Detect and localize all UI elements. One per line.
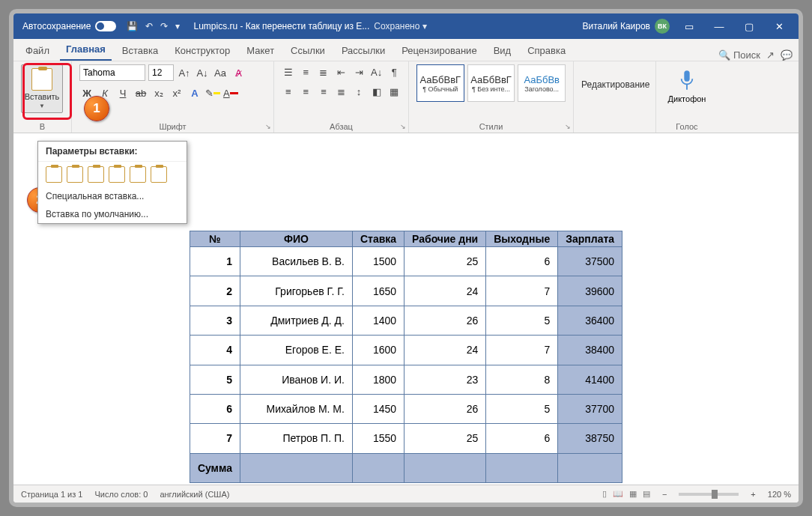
read-view-icon[interactable]: 📖 [613,489,623,499]
share-icon[interactable]: ↗ [766,49,775,61]
cell-fio: Дмитриев Д. Д. [240,306,352,335]
table-row: 7Петров П. П.155025638750 [190,424,622,453]
cell-num: 2 [190,276,240,306]
tab-view[interactable]: Вид [488,40,518,61]
group-styles-label: Стили [416,122,566,131]
comments-icon[interactable]: 💬 [781,49,793,61]
tab-insert[interactable]: Вставка [116,40,164,61]
line-spacing-icon[interactable]: ↕ [352,84,366,99]
tab-home[interactable]: Главная [60,39,112,61]
cell-sal: 37500 [558,247,622,276]
paste-button[interactable]: Вставить ▼ [21,64,63,113]
zoom-slider[interactable] [679,493,739,496]
highlight-icon[interactable]: ✎ [205,85,220,100]
paste-link-source-icon[interactable] [88,166,104,183]
status-language[interactable]: английский (США) [160,490,229,499]
grow-font-icon[interactable]: A↑ [177,65,192,80]
align-center-icon[interactable]: ≡ [300,84,313,99]
strike-icon[interactable]: ab [133,85,148,100]
shrink-font-icon[interactable]: A↓ [195,65,210,80]
tab-review[interactable]: Рецензирование [396,40,482,61]
cell-sum-label: Сумма [190,453,240,482]
tab-help[interactable]: Справка [521,40,572,61]
indent-dec-icon[interactable]: ⇤ [335,64,348,79]
zoom-out-icon[interactable]: − [662,490,667,499]
th-fio: ФИО [240,231,352,247]
change-case-icon[interactable]: Aa [213,65,228,80]
microphone-icon[interactable] [679,69,695,91]
font-color-icon[interactable]: A [223,85,238,100]
styles-dialog-launcher[interactable]: ↘ [565,123,571,130]
style-heading1[interactable]: АаБбВв Заголово... [518,64,566,102]
zoom-in-icon[interactable]: + [751,490,755,499]
qat-dropdown-icon[interactable]: ▾ [175,21,180,31]
align-left-icon[interactable]: ≡ [282,84,295,99]
focus-view-icon[interactable]: ▯ [602,489,607,499]
paste-link-dest-icon[interactable] [109,166,125,183]
web-view-icon[interactable]: ▤ [643,489,650,499]
paste-keep-source-icon[interactable] [46,166,62,183]
cell-rate: 1500 [352,247,404,276]
font-name-combo[interactable]: Tahoma [79,64,145,81]
zoom-level[interactable]: 120 % [768,490,791,499]
shading-icon[interactable]: ◧ [370,84,384,99]
autosave-toggle[interactable] [95,21,116,31]
indent-inc-icon[interactable]: ⇥ [352,64,366,79]
paste-label: Вставить [25,92,60,101]
cell-rate: 1600 [352,336,404,365]
tab-file[interactable]: Файл [19,40,55,61]
cell-off: 6 [486,247,558,276]
undo-icon[interactable]: ↶ [145,21,153,31]
style-normal[interactable]: АаБбВвГ ¶ Обычный [416,64,464,102]
underline-icon[interactable]: Ч [115,85,130,100]
tab-references[interactable]: Ссылки [285,40,331,61]
cell-rate: 1800 [352,365,404,394]
search-icon: 🔍 [718,49,730,61]
cell-days: 24 [405,276,486,306]
status-page[interactable]: Страница 1 из 1 [21,490,82,499]
sort-icon[interactable]: A↓ [370,64,384,79]
text-effects-icon[interactable]: A [187,85,202,100]
style-no-spacing[interactable]: АаБбВвГ ¶ Без инте... [467,64,515,102]
maximize-button[interactable]: ▢ [734,21,764,32]
print-view-icon[interactable]: ▦ [629,489,637,499]
search-label: Поиск [733,49,760,61]
cell-fio: Петров П. П. [240,424,352,453]
search-box[interactable]: 🔍Поиск [718,49,760,61]
tab-layout[interactable]: Макет [240,40,280,61]
tab-design[interactable]: Конструктор [169,40,236,61]
status-words[interactable]: Число слов: 0 [94,490,148,499]
align-right-icon[interactable]: ≡ [317,84,330,99]
table-row: 2Григорьев Г. Г.165024739600 [190,276,622,306]
data-table: № ФИО Ставка Рабочие дни Выходные Зарпла… [190,231,622,483]
para-dialog-launcher[interactable]: ↘ [400,123,406,130]
cell-sal: 38750 [558,424,622,453]
ribbon-options-icon[interactable]: ▭ [674,21,704,32]
saved-indicator[interactable]: Сохранено ▾ [374,21,427,31]
justify-icon[interactable]: ≣ [335,84,348,99]
bullets-icon[interactable]: ☰ [282,64,295,79]
clear-format-icon[interactable]: A̷ [231,65,246,80]
minimize-button[interactable]: — [704,21,734,32]
font-size-combo[interactable]: 12 [148,64,174,81]
subscript-icon[interactable]: x₂ [151,85,166,100]
tab-mailings[interactable]: Рассылки [336,40,391,61]
paste-picture-icon[interactable] [130,166,146,183]
multilevel-icon[interactable]: ≣ [317,64,330,79]
numbering-icon[interactable]: ≡ [300,64,313,79]
borders-icon[interactable]: ▦ [387,84,401,99]
font-dialog-launcher[interactable]: ↘ [265,123,271,130]
editing-button[interactable]: Редактирование [581,79,648,90]
redo-icon[interactable]: ↷ [160,21,168,31]
autosave-label: Автосохранение [22,21,91,31]
show-marks-icon[interactable]: ¶ [387,64,401,79]
paste-special-item[interactable]: Специальная вставка... [38,187,187,205]
title-bar: Автосохранение 💾 ↶ ↷ ▾ Lumpics.ru - Как … [13,13,799,39]
superscript-icon[interactable]: x² [169,85,184,100]
save-icon[interactable]: 💾 [127,21,138,31]
paste-use-dest-icon[interactable] [67,166,83,183]
paste-text-only-icon[interactable] [151,166,167,183]
close-button[interactable]: ✕ [764,21,794,32]
account[interactable]: Виталий Каиров ВК [582,19,670,34]
paste-default-item[interactable]: Вставка по умолчанию... [38,205,187,223]
